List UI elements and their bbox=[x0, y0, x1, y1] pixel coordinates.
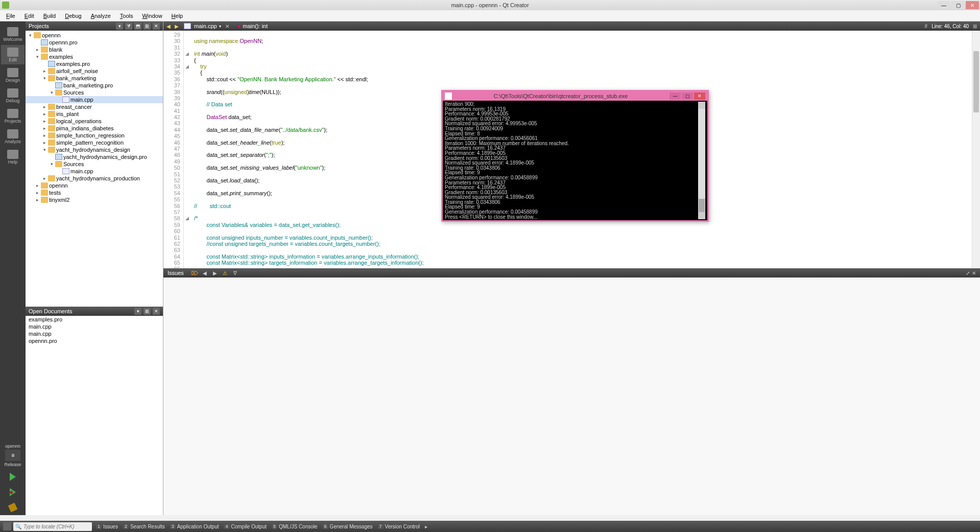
tree-item[interactable]: yacht_hydrodynamics_design.pro bbox=[26, 153, 163, 160]
tree-item[interactable]: ▸yacht_hydrodynamics_production bbox=[26, 175, 163, 182]
tree-item[interactable]: main.cpp bbox=[26, 96, 163, 103]
scrollbar-thumb[interactable] bbox=[699, 199, 705, 212]
console-minimize-button[interactable]: — bbox=[670, 92, 681, 100]
output-tab-qml-js-console[interactable]: 5QML/JS Console bbox=[270, 523, 320, 530]
issues-pane[interactable] bbox=[163, 277, 980, 515]
line-ending-button[interactable]: # bbox=[925, 24, 928, 29]
project-tree[interactable]: ▾opennnopennn.pro▸blank▾examplesexamples… bbox=[26, 31, 163, 307]
tree-item[interactable]: bank_marketing.pro bbox=[26, 82, 163, 89]
mode-projects[interactable]: Projects bbox=[1, 106, 25, 126]
tree-item[interactable]: ▾Sources bbox=[26, 160, 163, 168]
tree-twisty[interactable]: ▸ bbox=[35, 47, 40, 52]
sync-icon[interactable]: ⬒ bbox=[134, 22, 141, 30]
output-tab-issues[interactable]: 1Issues bbox=[94, 523, 120, 530]
tree-item[interactable]: ▾opennn bbox=[26, 32, 163, 39]
tree-item[interactable]: examples.pro bbox=[26, 60, 163, 67]
tree-twisty[interactable]: ▾ bbox=[49, 90, 54, 95]
chevron-down-icon[interactable]: ▾ bbox=[134, 308, 141, 315]
tree-item[interactable]: ▾examples bbox=[26, 53, 163, 60]
tree-item[interactable]: ▸simple_pattern_recognition bbox=[26, 139, 163, 146]
close-pane-icon[interactable]: ✕ bbox=[972, 270, 976, 276]
tree-twisty[interactable]: ▸ bbox=[42, 111, 47, 117]
chevron-down-icon[interactable]: ▾ bbox=[116, 22, 123, 30]
tree-item[interactable]: ▸breast_cancer bbox=[26, 103, 163, 110]
tree-twisty[interactable]: ▾ bbox=[28, 33, 33, 38]
tree-twisty[interactable]: ▾ bbox=[49, 161, 54, 167]
mode-help[interactable]: Help bbox=[1, 147, 25, 167]
maximize-button[interactable]: ▢ bbox=[951, 1, 965, 9]
tree-item[interactable]: ▸iris_plant bbox=[26, 110, 163, 118]
close-file-button[interactable]: ✕ bbox=[225, 24, 229, 29]
output-tab-version-control[interactable]: 7Version Control bbox=[376, 523, 422, 530]
tree-twisty[interactable]: ▸ bbox=[42, 119, 47, 124]
vertical-scrollbar[interactable] bbox=[972, 31, 980, 268]
tree-twisty[interactable]: ▸ bbox=[35, 190, 40, 195]
locator-input[interactable] bbox=[23, 524, 90, 529]
menu-build[interactable]: Build bbox=[39, 12, 60, 20]
tree-twisty[interactable]: ▸ bbox=[42, 133, 47, 138]
tree-item[interactable]: ▸airfoil_self_noise bbox=[26, 67, 163, 75]
tree-item[interactable]: ▾Sources bbox=[26, 89, 163, 96]
console-titlebar[interactable]: C:\Qt\Tools\QtCreator\bin\qtcreator_proc… bbox=[443, 91, 707, 101]
more-tabs-button[interactable]: ▸ bbox=[425, 524, 427, 529]
symbol-selector[interactable]: ● main(): int bbox=[237, 23, 268, 29]
tree-item[interactable]: ▸tinyxml2 bbox=[26, 196, 163, 203]
scroll-down-button[interactable]: ▾ bbox=[698, 212, 705, 219]
close-button[interactable]: ✕ bbox=[966, 1, 979, 9]
menu-debug[interactable]: Debug bbox=[61, 12, 85, 20]
open-document-item[interactable]: examples.pro bbox=[26, 316, 163, 323]
mode-debug[interactable]: Debug bbox=[1, 86, 25, 105]
filter-icon[interactable]: ⧩ bbox=[125, 22, 132, 30]
nav-forward-button[interactable]: ▶ bbox=[175, 24, 179, 29]
menu-file[interactable]: File bbox=[2, 12, 19, 20]
tree-twisty[interactable]: ▸ bbox=[35, 197, 40, 202]
close-pane-icon[interactable]: ✕ bbox=[153, 22, 160, 30]
filter-icon[interactable]: ∇ bbox=[232, 269, 239, 276]
locator[interactable]: 🔍 bbox=[13, 522, 92, 531]
scroll-up-button[interactable]: ▴ bbox=[698, 102, 705, 109]
tree-twisty[interactable]: ▸ bbox=[42, 104, 47, 109]
mode-edit[interactable]: Edit bbox=[1, 45, 25, 64]
minimize-button[interactable]: — bbox=[937, 1, 950, 9]
menu-window[interactable]: Window bbox=[138, 12, 166, 20]
menu-tools[interactable]: Tools bbox=[116, 12, 137, 20]
nav-back-button[interactable]: ◀ bbox=[166, 24, 171, 29]
output-tab-application-output[interactable]: 3Application Output bbox=[168, 523, 221, 530]
tree-item[interactable]: ▸simple_function_regression bbox=[26, 132, 163, 139]
warning-filter-icon[interactable]: ⚠ bbox=[222, 269, 229, 276]
mode-design[interactable]: Design bbox=[1, 65, 25, 85]
tree-twisty[interactable]: ▸ bbox=[42, 176, 47, 181]
tree-twisty[interactable]: ▸ bbox=[42, 68, 47, 74]
next-issue-icon[interactable]: ▶ bbox=[211, 269, 219, 276]
output-tab-search-results[interactable]: 2Search Results bbox=[121, 523, 167, 530]
tree-twisty[interactable]: ▸ bbox=[42, 140, 47, 145]
menu-help[interactable]: Help bbox=[168, 12, 187, 20]
scrollbar-thumb[interactable] bbox=[973, 51, 979, 112]
build-button[interactable] bbox=[5, 501, 20, 514]
open-document-item[interactable]: main.cpp bbox=[26, 330, 163, 337]
menu-analyze[interactable]: Analyze bbox=[87, 12, 115, 20]
clear-icon[interactable]: ⌦ bbox=[191, 269, 198, 276]
tree-item[interactable]: ▸pima_indians_diabetes bbox=[26, 125, 163, 132]
console-maximize-button[interactable]: ▢ bbox=[682, 92, 693, 100]
mode-welcome[interactable]: Welcome bbox=[1, 25, 25, 44]
console-output[interactable]: Iteration 900; Parameters norm: 16.1319 … bbox=[443, 101, 707, 220]
tree-twisty[interactable]: ▾ bbox=[35, 54, 40, 59]
run-button[interactable] bbox=[5, 470, 20, 483]
tree-item[interactable]: opennn.pro bbox=[26, 39, 163, 46]
split-icon[interactable]: ⊞ bbox=[144, 22, 151, 30]
maximize-pane-icon[interactable]: ⤢ bbox=[966, 270, 970, 276]
split-editor-button[interactable]: ⊞ bbox=[973, 24, 977, 29]
console-scrollbar[interactable]: ▴ ▾ bbox=[698, 102, 705, 219]
close-pane-icon[interactable]: ✕ bbox=[153, 308, 160, 315]
tree-twisty[interactable]: ▸ bbox=[42, 126, 47, 131]
file-selector[interactable]: main.cpp ▾ bbox=[183, 23, 221, 29]
tree-item[interactable]: ▸logical_operations bbox=[26, 118, 163, 125]
kit-selector[interactable]: opennn 🖥 Release bbox=[4, 444, 21, 467]
fold-gutter[interactable]: ◢◢◢ bbox=[184, 31, 190, 268]
tree-item[interactable]: main.cpp bbox=[26, 168, 163, 175]
prev-issue-icon[interactable]: ◀ bbox=[201, 269, 208, 276]
tree-twisty[interactable]: ▾ bbox=[42, 76, 47, 81]
split-icon[interactable]: ⊞ bbox=[144, 308, 151, 315]
console-close-button[interactable]: ✕ bbox=[694, 92, 705, 100]
